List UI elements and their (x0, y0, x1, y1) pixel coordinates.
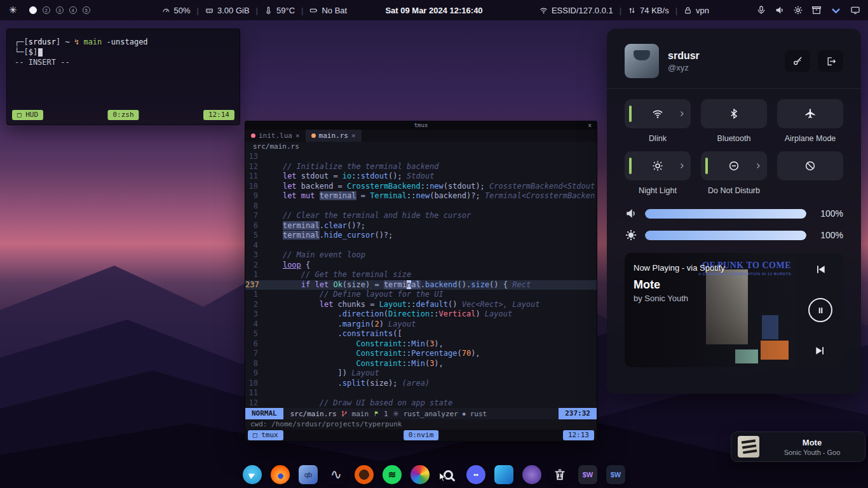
line-number: 7 (245, 349, 264, 359)
pause-button[interactable] (808, 298, 832, 322)
terminal-window[interactable]: ┌─[srdusr] ~ ↯ main -unstaged └─[$] -- I… (6, 29, 240, 125)
brightness-icon (625, 229, 637, 241)
chevron-right-icon[interactable] (678, 162, 686, 170)
dock-code-app[interactable] (494, 465, 513, 484)
chevron-right-icon[interactable] (678, 110, 686, 118)
code-line: 10 let backend = CrosstermBackend::new(s… (245, 182, 597, 192)
toggle-night-light[interactable] (625, 151, 691, 180)
filetype-dot-icon (311, 133, 316, 138)
breadcrumb: src/main.rs (245, 142, 597, 152)
editor-titlebar: tmux x (245, 121, 597, 130)
lock-icon (684, 6, 692, 15)
code-line: 237 if let Ok(size) = terminal.backend()… (245, 280, 597, 290)
media-notification[interactable]: Mote Sonic Youth - Goo (731, 431, 865, 462)
volume-icon[interactable] (775, 5, 785, 15)
workspace-5[interactable]: 5 (83, 6, 90, 14)
quick-toggle-grid: DlinkBluetoothAirplane ModeNight LightDo… (625, 99, 843, 196)
code-line: 1 // Define layout for the UI (245, 290, 597, 300)
code-line: 2 let chunks = Layout::default() Vec<Rec… (245, 300, 597, 310)
dock-discord[interactable]: •• (466, 465, 485, 484)
temperature-icon (264, 6, 273, 15)
tmux-window-nvim[interactable]: 0:nvim (403, 430, 439, 440)
tab-close-icon[interactable]: × (351, 132, 356, 140)
dock-trash[interactable] (550, 465, 569, 484)
code-line: 7 // Clear the terminal and hide the cur… (245, 211, 597, 221)
cpu-icon (162, 6, 170, 15)
wifi-icon (539, 6, 548, 15)
dock-qutebrowser[interactable]: qb (299, 465, 318, 484)
workspace-1[interactable] (29, 6, 37, 14)
slider-track[interactable] (645, 231, 806, 240)
dock: ▶qb∿≋••$W$W (0, 465, 868, 484)
cwd-line: cwd: /home/srdusr/projects/typerpunk (245, 419, 597, 430)
code-line: 7 Constraint::Percentage(70), (245, 349, 597, 359)
tmux-window-zsh[interactable]: 0:zsh (107, 110, 139, 120)
workspace-4[interactable]: 4 (69, 6, 77, 14)
header-buttons (785, 50, 843, 72)
dock-sw-blue-app[interactable]: $W (606, 465, 625, 484)
next-button[interactable] (814, 344, 827, 357)
line-number: 9 (245, 191, 264, 201)
mic-icon[interactable] (756, 5, 766, 15)
next-icon (814, 344, 827, 357)
tab-close-icon[interactable]: × (295, 132, 300, 140)
key-button[interactable] (785, 50, 810, 72)
active-indicator (629, 158, 632, 174)
dock-firefox[interactable] (271, 465, 290, 484)
dock-swirl-app[interactable]: ∿ (327, 465, 346, 484)
line-number: 6 (245, 221, 264, 231)
tmux-session-badge[interactable]: □ tmux (248, 430, 283, 440)
line-number: 10 (245, 182, 264, 192)
toggle-do-not-disturb[interactable] (701, 151, 767, 180)
line-number: 9 (245, 369, 264, 379)
terminal-prompt-line2: └─[$] (15, 47, 37, 57)
dock-telegram[interactable]: ▶ (243, 465, 262, 484)
workspace-2[interactable]: 2 (43, 6, 50, 14)
line-number: 12 (245, 162, 264, 172)
logout-icon (825, 56, 836, 67)
track-title: Mote (634, 278, 660, 292)
gear-icon (393, 410, 399, 417)
dock-purple-app[interactable] (522, 465, 541, 484)
memory-stat: 3.00 GiB (205, 6, 250, 15)
toggle-bluetooth[interactable] (701, 99, 767, 128)
code-line: 4 .margin(2) Layout (245, 320, 597, 330)
slider-track[interactable] (645, 209, 806, 219)
line-number: 13 (245, 152, 264, 162)
display-icon[interactable] (850, 5, 860, 15)
logout-button[interactable] (818, 50, 843, 72)
toggle-airplane-mode[interactable] (777, 99, 843, 128)
statusline: NORMAL src/main.rs main 1 rust_analyzer … (245, 408, 597, 419)
dock-orange-app[interactable] (355, 465, 374, 484)
chevron-down-icon[interactable] (830, 4, 842, 17)
notification-subtitle: Sonic Youth - Goo (766, 449, 858, 456)
toggle-extra[interactable] (777, 151, 843, 180)
workspace-3[interactable]: 3 (56, 6, 64, 14)
gear-icon[interactable] (793, 5, 803, 15)
toggle-label: Night Light (639, 186, 677, 196)
media-card: OF PUNK TO COME A CHIMERICAL BOMBINATION… (625, 253, 843, 367)
toggle-dlink[interactable] (625, 99, 691, 128)
hud-badge[interactable]: □ HUD (12, 110, 43, 120)
editor-window[interactable]: tmux x init.lua×main.rs× src/main.rs 131… (245, 121, 597, 442)
dock-sw-purple-app[interactable]: $W (578, 465, 597, 484)
line-number: 12 (245, 398, 264, 409)
dock-spotify[interactable]: ≋ (383, 465, 402, 484)
launcher-icon[interactable]: ✳ (9, 4, 17, 16)
notification-title: Mote (766, 438, 858, 447)
line-number: 2 (245, 300, 264, 310)
close-icon[interactable]: x (588, 121, 592, 130)
code-line: 9 ]) Layout (245, 369, 597, 379)
dock-color-wheel-app[interactable] (410, 465, 430, 484)
tab-main-rs[interactable]: main.rs× (306, 130, 362, 142)
cpu-stat: 50% (162, 6, 191, 15)
chevron-right-icon[interactable] (754, 162, 762, 170)
code-line: 3 .direction(Direction::Vertical) Layout (245, 309, 597, 320)
clipboard-icon[interactable] (811, 5, 822, 15)
tab-init-lua[interactable]: init.lua× (245, 130, 306, 142)
trash-icon (553, 468, 567, 482)
active-indicator (629, 105, 632, 122)
brightness-slider-row: 100% (625, 229, 843, 241)
code-area[interactable]: 1312 // Initialize the terminal backend1… (245, 152, 597, 408)
prev-button[interactable] (814, 263, 827, 276)
